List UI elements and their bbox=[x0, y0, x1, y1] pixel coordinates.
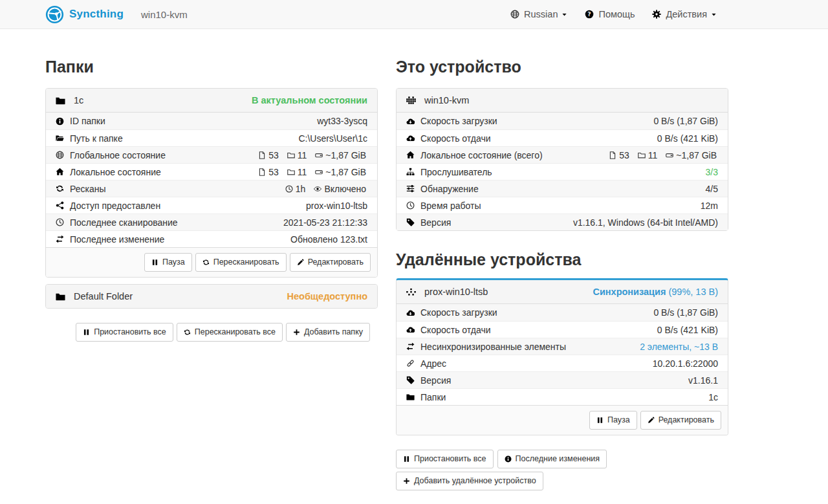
table-row: Ресканы 1h Включено bbox=[46, 180, 377, 197]
table-row: ID папки wyt33-3yscq bbox=[46, 113, 377, 129]
this-device-table: Скорость загрузки 0 B/s (1,87 GiB) Скоро… bbox=[397, 113, 728, 230]
folder-panel-heading[interactable]: 1c В актуальном состоянии bbox=[46, 89, 377, 113]
row-label: Скорость загрузки bbox=[420, 116, 497, 126]
cloud-upload-icon bbox=[406, 325, 415, 334]
link-icon bbox=[406, 359, 415, 367]
row-label: Скорость отдачи bbox=[420, 325, 491, 335]
pause-all-folders-button[interactable]: Приостановить все bbox=[76, 323, 173, 342]
rescan-all-button[interactable]: Пересканировать все bbox=[177, 323, 283, 342]
table-row: Несинхронизированные элементы 2 элементы… bbox=[397, 338, 728, 355]
devices-column: Это устройство win10-kvm Скорость загруз… bbox=[396, 29, 728, 490]
clock-icon bbox=[406, 201, 415, 210]
device-name: prox-win10-ltsb bbox=[424, 287, 488, 297]
folder-open-icon bbox=[56, 134, 64, 142]
row-value: prox-win10-ltsb bbox=[306, 201, 367, 211]
table-row: Версия v1.16.1 bbox=[397, 371, 728, 388]
actions-label: Действия bbox=[666, 9, 707, 19]
row-label: Версия bbox=[420, 217, 451, 228]
rescan-button[interactable]: Пересканировать bbox=[195, 253, 287, 272]
refresh-icon bbox=[184, 329, 191, 336]
folder-icon bbox=[638, 151, 646, 159]
row-value: 53 11 ~1,87 GiB bbox=[258, 150, 367, 160]
pause-icon bbox=[83, 329, 90, 336]
row-label: Версия bbox=[420, 375, 451, 386]
device-identicon bbox=[406, 287, 416, 297]
pause-button[interactable]: Пауза bbox=[144, 253, 192, 272]
row-label: Прослушиватель bbox=[420, 167, 492, 177]
table-row: Глобальное состояние 53 11 ~1,87 GiB bbox=[46, 146, 377, 163]
table-row: Скорость загрузки 0 B/s (1,87 GiB) bbox=[397, 113, 728, 129]
pause-icon bbox=[403, 455, 410, 463]
globe-icon bbox=[56, 151, 64, 159]
row-label: Обнаружение bbox=[420, 184, 479, 194]
row-label: Локальное состояние bbox=[70, 167, 161, 177]
version-value: v1.16.1, Windows (64-bit Intel/AMD) bbox=[573, 217, 718, 228]
file-icon bbox=[258, 168, 266, 176]
sitemap-icon bbox=[406, 168, 415, 176]
pause-device-button[interactable]: Пауза bbox=[589, 411, 637, 430]
file-icon bbox=[258, 151, 266, 159]
folder-panel-heading[interactable]: Default Folder Необщедоступно bbox=[46, 285, 377, 308]
table-row: Локальное состояние 53 11 ~1,87 GiB bbox=[46, 163, 377, 180]
row-label: Папки bbox=[420, 392, 446, 402]
discovery-value: 4/5 bbox=[706, 184, 718, 194]
folders-section-title: Папки bbox=[45, 58, 378, 76]
row-label: Несинхронизированные элементы bbox=[420, 342, 566, 352]
remote-device-heading[interactable]: prox-win10-ltsb Синхронизация (99%, 13 B… bbox=[397, 280, 728, 304]
remote-device-table: Скорость загрузки 0 B/s (1,87 GiB) Скоро… bbox=[397, 304, 728, 405]
this-device-heading[interactable]: win10-kvm bbox=[397, 89, 728, 113]
row-label: Скорость отдачи bbox=[420, 133, 491, 144]
help-menu[interactable]: Помощь bbox=[585, 9, 635, 19]
add-folder-button[interactable]: Добавить папку bbox=[286, 323, 370, 342]
out-of-sync-items-link[interactable]: 2 элементы, ~13 B bbox=[640, 342, 718, 352]
language-menu[interactable]: Russian bbox=[510, 9, 567, 19]
edit-device-button[interactable]: Редактировать bbox=[640, 411, 721, 430]
table-row: Путь к папке C:\Users\User\1c bbox=[46, 129, 377, 146]
syncthing-brand[interactable]: Syncthing bbox=[45, 5, 124, 24]
listeners-value: 3/3 bbox=[706, 167, 718, 177]
add-remote-device-button[interactable]: Добавить удалённое устройство bbox=[396, 472, 543, 490]
refresh-icon bbox=[202, 259, 210, 266]
plus-icon bbox=[293, 329, 300, 336]
row-label: Путь к папке bbox=[70, 133, 123, 144]
cloud-upload-icon bbox=[406, 134, 415, 142]
pause-icon bbox=[151, 259, 158, 266]
cloud-download-icon bbox=[406, 309, 415, 317]
brand-name: Syncthing bbox=[69, 8, 124, 21]
recent-changes-button[interactable]: Последние изменения bbox=[497, 450, 607, 468]
sliders-icon bbox=[406, 184, 415, 193]
table-row: Время работы 12m bbox=[397, 197, 728, 214]
row-value: 53 11 ~1,87 GiB bbox=[258, 167, 367, 177]
cloud-download-icon bbox=[406, 117, 415, 126]
table-row: Версия v1.16.1, Windows (64-bit Intel/AM… bbox=[397, 214, 728, 230]
table-row: Скорость загрузки 0 B/s (1,87 GiB) bbox=[397, 304, 728, 321]
row-value: wyt33-3yscq bbox=[317, 116, 367, 126]
exchange-icon bbox=[56, 235, 64, 243]
table-row: Обнаружение 4/5 bbox=[397, 180, 728, 197]
row-value: 0 B/s (1,87 GiB) bbox=[653, 116, 718, 126]
row-label: Локальное состояние (всего) bbox=[420, 150, 543, 160]
chevron-down-icon bbox=[711, 12, 717, 17]
folder-panel-default: Default Folder Необщедоступно bbox=[45, 284, 378, 309]
folder-name: 1c bbox=[74, 95, 83, 105]
question-circle-icon bbox=[585, 10, 594, 19]
chevron-down-icon bbox=[561, 12, 567, 17]
edit-folder-button[interactable]: Редактировать bbox=[290, 253, 371, 272]
hdd-icon bbox=[666, 151, 673, 159]
navbar: Syncthing win10-kvm Russian Помощь Дейст… bbox=[0, 0, 828, 29]
table-row: Локальное состояние (всего) 53 11 ~1,87 … bbox=[397, 146, 728, 163]
info-circle-icon bbox=[505, 455, 512, 463]
folders-value: 1c bbox=[708, 392, 718, 402]
folder-panel-1c: 1c В актуальном состоянии ID папки wyt33… bbox=[45, 88, 378, 278]
folder-panel-footer: Пауза Пересканировать Редактировать bbox=[46, 247, 377, 277]
row-label: Адрес bbox=[420, 358, 446, 369]
actions-menu[interactable]: Действия bbox=[652, 9, 717, 19]
plus-icon bbox=[403, 477, 410, 485]
device-name: win10-kvm bbox=[424, 95, 469, 105]
address-value: 10.20.1.6:22000 bbox=[653, 358, 718, 369]
row-label: Глобальное состояние bbox=[70, 150, 166, 160]
pause-all-devices-button[interactable]: Приостановить все bbox=[396, 450, 494, 468]
navbar-device-name: win10-kvm bbox=[141, 9, 188, 20]
remote-device-panel: prox-win10-ltsb Синхронизация (99%, 13 B… bbox=[396, 278, 728, 435]
remote-device-footer: Пауза Редактировать bbox=[397, 405, 728, 435]
